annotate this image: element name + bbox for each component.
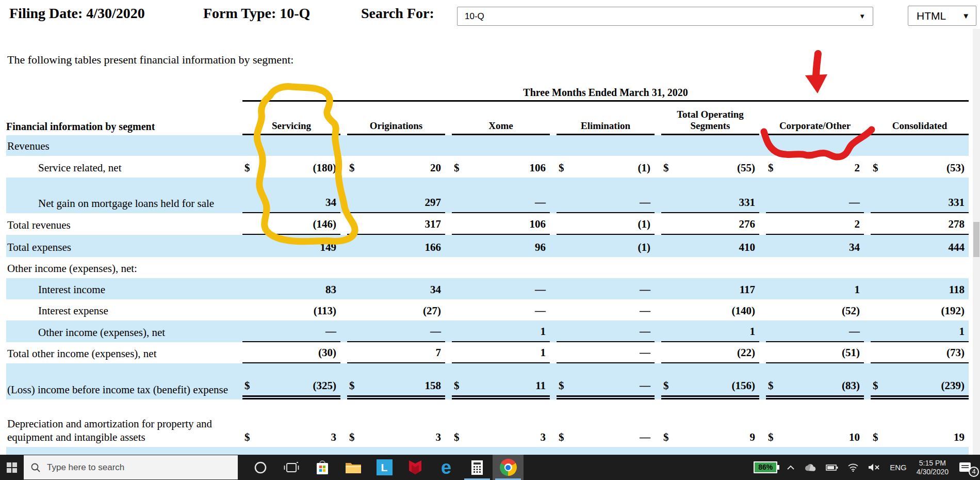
scrollbar-thumb[interactable] (973, 222, 979, 257)
cell-value: 117 (661, 283, 759, 299)
cell-value: 1 (452, 346, 550, 363)
taskbar-app-file-explorer[interactable] (338, 455, 369, 480)
filing-date-label: Filing Date: 4/30/2020 (9, 5, 145, 22)
mcafee-icon (408, 460, 422, 475)
page-scrollbar[interactable] (973, 29, 980, 455)
battery-percent-value: 86% (754, 461, 777, 473)
taskbar-app-lenovo[interactable]: L (369, 455, 400, 480)
cell-value (557, 275, 655, 278)
search-placeholder: Type here to search (47, 462, 124, 473)
dollar-sign: $ (663, 162, 669, 174)
cell-value: — (452, 283, 550, 299)
taskbar-app-chrome[interactable] (493, 455, 524, 480)
column-header: Consolidated (871, 120, 969, 135)
column-header: Elimination (557, 120, 655, 135)
dollar-sign: $ (768, 379, 774, 392)
dollar-sign: $ (663, 379, 669, 392)
cell-value (871, 152, 969, 156)
cell-value: $— (557, 379, 655, 399)
cell-value: 1 (766, 283, 864, 299)
dollar-sign: $ (244, 431, 250, 443)
cell-value: (30) (242, 346, 340, 363)
cell-value: $20 (347, 162, 445, 178)
tray-clock[interactable]: 5:15 PM 4/30/2020 (911, 455, 954, 480)
table-row: Interest expense(113)(27)——(140)(52)(192… (6, 299, 969, 321)
action-center-button[interactable]: 4 (954, 455, 980, 480)
form-type-label: Form Type: 10-Q (203, 5, 310, 22)
row-label: Net gain on mortgage loans held for sale (6, 195, 236, 213)
cell-value: — (766, 196, 864, 213)
cell-value: 317 (347, 218, 445, 235)
dollar-sign: $ (454, 431, 460, 443)
cell-value: 118 (871, 283, 969, 299)
table-row: Service related, net$(180)$20$106$(1)$(5… (6, 156, 969, 178)
taskbar-app-cortana[interactable] (245, 455, 276, 480)
red-arrow-shaft (816, 54, 818, 78)
task-view-icon (284, 461, 299, 474)
table-row: Depreciation and amortization for proper… (6, 399, 969, 447)
tray-onedrive[interactable] (799, 455, 821, 480)
table-row: Total expenses14916696(1)41034444 (6, 235, 969, 257)
start-button[interactable] (0, 455, 24, 480)
cell-value: $(55) (661, 162, 759, 178)
system-tray: 86% (749, 455, 980, 480)
tray-battery[interactable] (821, 455, 843, 480)
cell-value: — (766, 325, 864, 342)
row-header-label: Financial information by segment (6, 121, 236, 135)
cell-value (452, 152, 550, 156)
desktop-screen: Filing Date: 4/30/2020 Form Type: 10-Q S… (0, 0, 980, 480)
cell-value: (192) (871, 305, 969, 321)
cell-value: (22) (661, 346, 759, 363)
table-row (6, 447, 969, 455)
taskbar-app-microsoft-store[interactable] (307, 455, 338, 480)
cell-value: 444 (871, 241, 969, 257)
cell-value: $2 (766, 162, 864, 178)
dollar-sign: $ (454, 162, 460, 174)
dollar-sign: $ (559, 162, 564, 174)
cell-value: (113) (242, 305, 340, 321)
tray-language[interactable]: ENG (885, 455, 911, 480)
column-header: Xome (452, 120, 550, 135)
cell-value: (27) (347, 305, 445, 321)
dropdown-arrow-icon: ▼ (859, 12, 865, 20)
search-for-dropdown[interactable]: 10-Q ▼ (457, 7, 873, 26)
cell-value: $3 (242, 431, 340, 447)
column-header: Originations (347, 120, 445, 135)
row-label: Total revenues (6, 216, 236, 235)
cell-value (766, 152, 864, 156)
dollar-sign: $ (559, 431, 564, 443)
cell-value: 1 (661, 325, 759, 342)
tray-chevron-up[interactable] (782, 455, 799, 480)
cell-value: (146) (242, 218, 340, 235)
dollar-sign: $ (768, 431, 774, 443)
volume-muted-icon (868, 463, 880, 472)
dollar-sign: $ (559, 379, 564, 392)
edge-icon: e (441, 460, 451, 475)
taskbar-app-calculator[interactable] (462, 455, 493, 480)
taskbar-app-task-view[interactable] (276, 455, 307, 480)
cell-value: (140) (661, 305, 759, 321)
dollar-sign: $ (349, 379, 355, 392)
intro-text: The following tables present financial i… (7, 53, 293, 67)
table-row: Other income (expenses), net: (6, 257, 969, 278)
chrome-icon (500, 459, 517, 476)
lenovo-app-icon: L (377, 459, 393, 475)
taskbar-search-input[interactable]: Type here to search (24, 455, 238, 479)
cell-value (871, 275, 969, 278)
cell-value: 166 (347, 241, 445, 257)
cortana-icon (254, 461, 267, 474)
clock-time: 5:15 PM (919, 459, 946, 468)
cell-value (347, 275, 445, 278)
table-row: Revenues (6, 135, 969, 156)
taskbar-app-edge[interactable]: e (431, 455, 462, 480)
tray-volume-muted[interactable] (863, 455, 885, 480)
column-header: Total Operating Segments (661, 109, 759, 135)
format-dropdown[interactable]: HTML ▼ (908, 6, 976, 26)
cell-value: 297 (347, 196, 445, 213)
dollar-sign: $ (873, 379, 878, 392)
tray-wifi[interactable] (843, 455, 863, 480)
cell-value: $19 (871, 431, 969, 447)
cell-value: (1) (557, 241, 655, 257)
battery-percent-indicator[interactable]: 86% (749, 455, 782, 480)
taskbar-app-mcafee[interactable] (400, 455, 431, 480)
